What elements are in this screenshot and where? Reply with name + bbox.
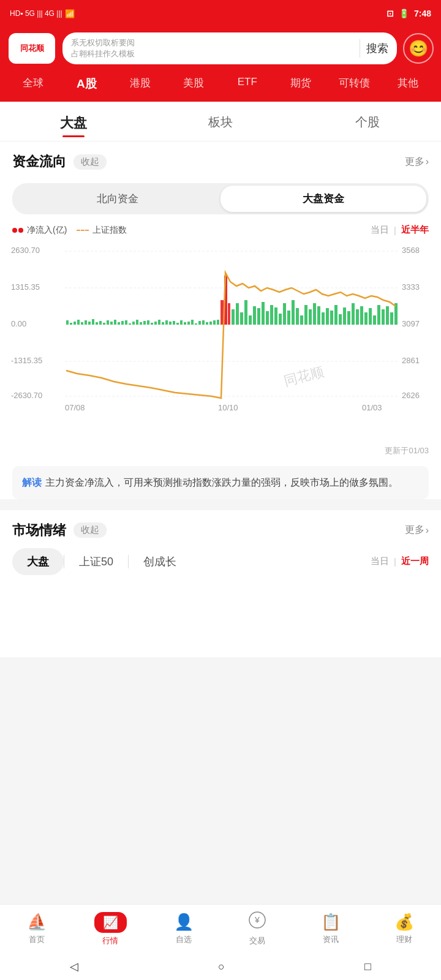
- svg-rect-17: [74, 322, 76, 325]
- fund-tab-north[interactable]: 北向资金: [15, 186, 221, 212]
- nav-home[interactable]: ⛵ 首页: [0, 905, 74, 953]
- svg-rect-37: [147, 320, 149, 325]
- market-nav-hk[interactable]: 港股: [113, 72, 167, 96]
- avatar-button[interactable]: 😊: [403, 33, 434, 64]
- nav-finance[interactable]: 💰 理财: [368, 905, 441, 953]
- nav-watchlist[interactable]: 👤 自选: [147, 905, 221, 953]
- search-box[interactable]: 系无权切取析要阅 占翱科挂作久模板 搜索: [62, 32, 397, 64]
- svg-text:3568: 3568: [402, 246, 420, 255]
- period-today[interactable]: 当日: [371, 224, 389, 236]
- chart-legend: 净流入(亿) 上证指数 当日 | 近半年: [0, 224, 441, 242]
- svg-rect-20: [85, 320, 87, 325]
- svg-rect-73: [287, 311, 290, 325]
- bottom-nav: ⛵ 首页 📈 行情 👤 自选 ¥ 交易 📋 资讯 💰 理财: [0, 904, 441, 953]
- svg-rect-55: [213, 320, 216, 325]
- svg-rect-53: [206, 322, 208, 325]
- fund-flow-more[interactable]: 更多 ›: [405, 156, 429, 168]
- svg-rect-92: [369, 308, 372, 325]
- svg-rect-83: [330, 311, 333, 325]
- fund-flow-collapse[interactable]: 收起: [74, 154, 107, 170]
- logo[interactable]: 同花顺: [7, 32, 56, 65]
- svg-rect-46: [180, 320, 183, 325]
- svg-rect-41: [162, 322, 164, 325]
- svg-rect-15: [66, 320, 69, 325]
- svg-rect-74: [292, 300, 295, 325]
- svg-rect-91: [364, 312, 368, 325]
- svg-rect-23: [96, 322, 98, 325]
- recent-button[interactable]: □: [364, 960, 371, 973]
- sentiment-period-divider: |: [394, 556, 396, 567]
- svg-rect-93: [373, 315, 376, 325]
- finance-icon: 💰: [394, 913, 414, 932]
- sentiment-collapse[interactable]: 收起: [74, 522, 107, 538]
- svg-rect-16: [70, 323, 72, 325]
- svg-rect-45: [176, 323, 179, 325]
- avatar-icon: 😊: [409, 39, 428, 58]
- market-icon: 📈: [94, 912, 127, 933]
- market-nav: 全球 A股 港股 美股 ETF 期货 可转债 其他: [0, 72, 441, 102]
- market-nav-other[interactable]: 其他: [382, 72, 435, 96]
- sentiment-tabs: 大盘 上证50 创成长 当日 | 近一周: [0, 548, 441, 584]
- market-nav-futures[interactable]: 期货: [274, 72, 328, 96]
- svg-rect-81: [322, 312, 325, 325]
- svg-rect-96: [386, 306, 389, 325]
- svg-rect-43: [169, 322, 172, 325]
- svg-text:3333: 3333: [402, 282, 420, 292]
- sim-icon: ⊡: [386, 9, 394, 18]
- nav-news[interactable]: 📋 资讯: [294, 905, 368, 953]
- tab-market[interactable]: 大盘: [0, 102, 147, 141]
- legend-dot-red2: [18, 228, 23, 233]
- fund-flow-section: 资金流向 收起 更多 › 北向资金 大盘资金 净流入(亿) 上证指数: [0, 141, 441, 499]
- status-left: HD▪ 5G ||| 4G ||| 📶: [10, 9, 75, 18]
- svg-rect-90: [360, 306, 363, 325]
- search-text-area: 系无权切取析要阅 占翱科挂作久模板: [71, 37, 353, 59]
- svg-rect-80: [317, 306, 320, 325]
- svg-rect-76: [300, 315, 303, 325]
- tab-sector[interactable]: 板块: [147, 102, 294, 141]
- home-button[interactable]: ○: [218, 960, 225, 973]
- fund-flow-header: 资金流向 收起 更多 ›: [0, 141, 441, 179]
- tab-stock[interactable]: 个股: [294, 102, 441, 141]
- svg-rect-86: [343, 307, 346, 325]
- sentiment-period-week[interactable]: 近一周: [401, 556, 429, 567]
- svg-rect-47: [184, 322, 186, 325]
- svg-rect-67: [262, 302, 265, 325]
- nav-trade[interactable]: ¥ 交易: [221, 905, 294, 953]
- svg-text:-1315.35: -1315.35: [11, 356, 42, 365]
- sentiment-more[interactable]: 更多 ›: [405, 524, 429, 537]
- svg-text:0.00: 0.00: [11, 319, 26, 328]
- svg-rect-34: [136, 320, 138, 325]
- svg-rect-68: [266, 311, 269, 325]
- market-nav-bonds[interactable]: 可转债: [328, 72, 382, 96]
- svg-text:3097: 3097: [402, 319, 420, 328]
- sentiment-tab-market[interactable]: 大盘: [12, 548, 64, 575]
- sentiment-period-today[interactable]: 当日: [371, 556, 389, 567]
- status-bar: HD▪ 5G ||| 4G ||| 📶 ⊡ 🔋 7:48: [0, 0, 441, 27]
- svg-rect-32: [129, 323, 131, 325]
- sentiment-tab-growth[interactable]: 创成长: [129, 548, 191, 575]
- back-button[interactable]: ◁: [70, 960, 78, 973]
- svg-text:07/08: 07/08: [65, 403, 85, 412]
- svg-rect-95: [382, 309, 385, 325]
- search-button[interactable]: 搜索: [366, 41, 388, 56]
- chevron-right-icon2: ›: [426, 525, 429, 536]
- svg-rect-40: [158, 320, 160, 325]
- market-nav-us[interactable]: 美股: [167, 72, 221, 96]
- interpretation-label: 解读: [22, 477, 42, 488]
- svg-rect-56: [217, 320, 219, 325]
- svg-rect-21: [88, 322, 91, 325]
- market-nav-etf[interactable]: ETF: [221, 72, 274, 96]
- svg-rect-38: [151, 323, 153, 325]
- news-icon: 📋: [321, 913, 341, 932]
- sentiment-tab-sh50[interactable]: 上证50: [64, 548, 128, 575]
- chart-svg: 2630.70 1315.35 0.00 -1315.35 -2630.70 3…: [10, 242, 431, 438]
- fund-tab-market[interactable]: 大盘资金: [221, 186, 426, 212]
- market-nav-a-stock[interactable]: A股: [60, 72, 114, 96]
- sentiment-header: 市场情绪 收起 更多 ›: [0, 510, 441, 548]
- period-half-year[interactable]: 近半年: [401, 224, 429, 236]
- update-time: 更新于01/03: [0, 440, 441, 459]
- market-nav-global[interactable]: 全球: [6, 72, 60, 96]
- nav-market[interactable]: 📈 行情: [74, 905, 147, 953]
- svg-rect-33: [132, 322, 135, 325]
- fund-flow-chart: 2630.70 1315.35 0.00 -1315.35 -2630.70 3…: [0, 242, 441, 440]
